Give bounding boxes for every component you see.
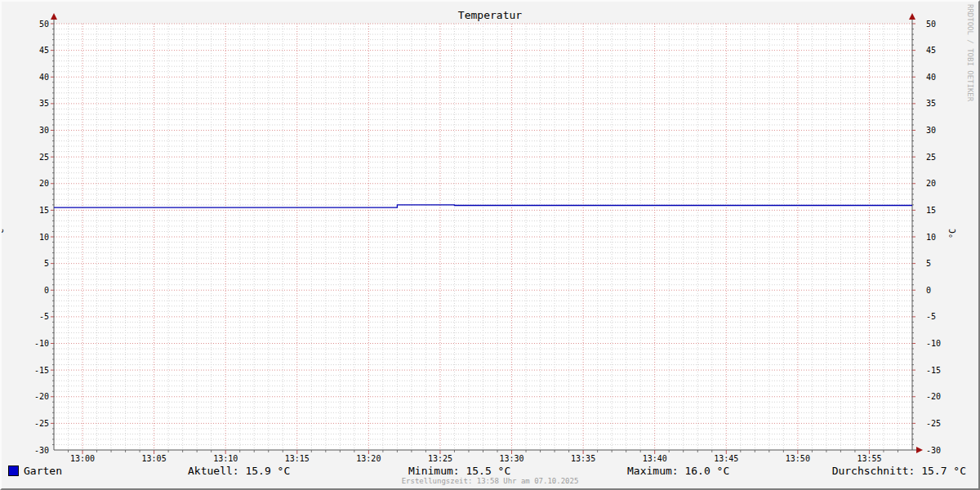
svg-text:5: 5: [926, 259, 931, 268]
svg-text:30: 30: [926, 126, 936, 135]
svg-text:20: 20: [39, 179, 49, 188]
graph-inner: -30-30-25-25-20-20-15-15-10-10-5-5005510…: [0, 0, 980, 490]
svg-text:-10: -10: [34, 339, 49, 348]
svg-text:13:15: 13:15: [285, 454, 310, 463]
chart-title: Temperatur: [0, 9, 980, 21]
svg-text:-15: -15: [926, 366, 941, 375]
svg-text:-10: -10: [926, 339, 941, 348]
creation-time-footer: Erstellungszeit: 13:58 Uhr am 07.10.2025: [0, 477, 980, 485]
svg-text:25: 25: [926, 153, 936, 162]
stat-durchschnitt: Durchschnitt: 15.7 °C: [832, 465, 966, 477]
svg-text:10: 10: [39, 233, 49, 242]
legend-swatch-garten: [8, 466, 19, 476]
svg-text:0: 0: [926, 286, 931, 295]
svg-text:13:35: 13:35: [571, 454, 595, 463]
svg-text:13:50: 13:50: [786, 454, 810, 463]
chart-svg: -30-30-25-25-20-20-15-15-10-10-5-5005510…: [0, 0, 980, 490]
stat-minimum: Minimum: 15.5 °C: [408, 465, 510, 477]
y-axis-unit-left: °C: [0, 229, 5, 238]
svg-text:-30: -30: [926, 446, 941, 455]
svg-text:13:55: 13:55: [857, 454, 881, 463]
svg-text:13:30: 13:30: [499, 454, 523, 463]
stat-aktuell: Aktuell: 15.9 °C: [188, 465, 290, 477]
svg-text:0: 0: [44, 286, 49, 295]
svg-text:13:20: 13:20: [356, 454, 381, 463]
svg-text:40: 40: [926, 73, 936, 82]
svg-text:10: 10: [926, 233, 936, 242]
svg-text:15: 15: [39, 206, 49, 215]
svg-text:25: 25: [39, 153, 49, 162]
svg-text:5: 5: [44, 259, 49, 268]
svg-text:13:25: 13:25: [428, 454, 452, 463]
svg-text:-15: -15: [34, 366, 49, 375]
rrdtool-graph: -30-30-25-25-20-20-15-15-10-10-5-5005510…: [0, 0, 980, 490]
svg-text:13:45: 13:45: [714, 454, 738, 463]
svg-text:-20: -20: [926, 392, 941, 401]
svg-text:-25: -25: [34, 419, 49, 428]
svg-text:35: 35: [39, 99, 49, 108]
svg-text:35: 35: [926, 99, 936, 108]
y-axis-unit-right: °C: [948, 229, 957, 238]
svg-text:-20: -20: [34, 392, 49, 401]
legend-label-garten: Garten: [24, 465, 62, 477]
svg-text:-25: -25: [926, 419, 941, 428]
svg-text:-5: -5: [39, 312, 49, 321]
svg-text:45: 45: [926, 46, 936, 55]
svg-text:45: 45: [39, 46, 49, 55]
svg-text:13:05: 13:05: [142, 454, 167, 463]
svg-text:-30: -30: [34, 446, 49, 455]
svg-text:40: 40: [39, 73, 49, 82]
svg-text:13:10: 13:10: [213, 454, 238, 463]
svg-text:13:00: 13:00: [70, 454, 95, 463]
stat-maximum: Maximum: 16.0 °C: [627, 465, 729, 477]
svg-text:15: 15: [926, 206, 936, 215]
svg-text:13:40: 13:40: [643, 454, 667, 463]
svg-text:-5: -5: [926, 312, 936, 321]
svg-text:30: 30: [39, 126, 49, 135]
svg-text:20: 20: [926, 179, 936, 188]
rrdtool-watermark: RRDTOOL / TOBI OETIKER: [966, 4, 974, 101]
